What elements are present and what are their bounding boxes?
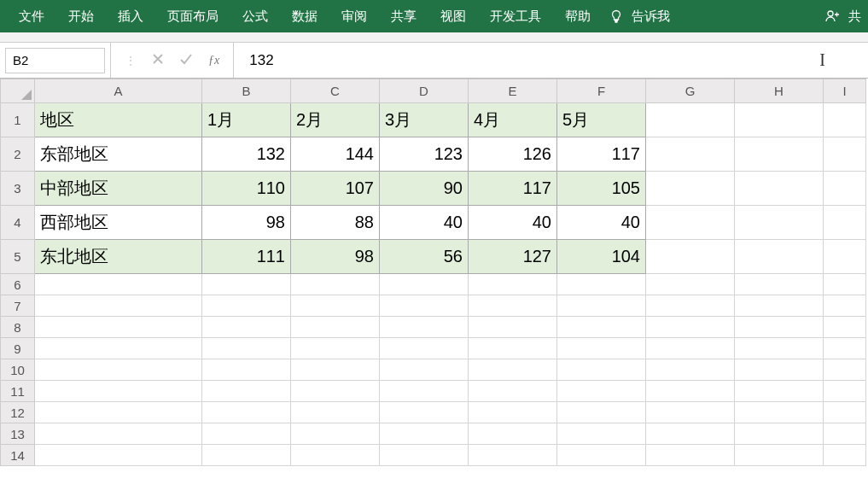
cell-H13[interactable] bbox=[735, 423, 824, 445]
cell-E14[interactable] bbox=[469, 445, 557, 466]
select-all-corner[interactable] bbox=[1, 79, 34, 102]
cell-F13[interactable] bbox=[557, 423, 646, 445]
cell-G14[interactable] bbox=[646, 445, 735, 466]
formula-input[interactable] bbox=[234, 43, 819, 78]
cell-H3[interactable] bbox=[735, 172, 824, 206]
cell-E10[interactable] bbox=[469, 359, 557, 381]
cell-H7[interactable] bbox=[735, 295, 824, 317]
col-header-E[interactable]: E bbox=[469, 79, 557, 103]
col-header-C[interactable]: C bbox=[291, 79, 380, 103]
col-header-D[interactable]: D bbox=[380, 79, 469, 103]
row-header-1[interactable]: 1 bbox=[1, 103, 35, 137]
cell-A3[interactable]: 中部地区 bbox=[35, 172, 202, 206]
cell-A13[interactable] bbox=[35, 423, 202, 445]
cell-A4[interactable]: 西部地区 bbox=[35, 206, 202, 240]
cell-H12[interactable] bbox=[735, 402, 824, 423]
cell-A1[interactable]: 地区 bbox=[35, 103, 202, 137]
cell-E8[interactable] bbox=[469, 317, 557, 338]
cell-G1[interactable] bbox=[646, 103, 735, 137]
col-header-A[interactable]: A bbox=[35, 79, 202, 103]
cell-I12[interactable] bbox=[824, 402, 866, 423]
row-header-5[interactable]: 5 bbox=[1, 240, 35, 274]
row-header-6[interactable]: 6 bbox=[1, 274, 35, 295]
cell-D12[interactable] bbox=[380, 402, 469, 423]
cell-D14[interactable] bbox=[380, 445, 469, 466]
cell-F2[interactable]: 117 bbox=[557, 137, 646, 172]
cell-G2[interactable] bbox=[646, 137, 735, 172]
cell-A14[interactable] bbox=[35, 445, 202, 466]
col-header-F[interactable]: F bbox=[557, 79, 646, 103]
cell-E4[interactable]: 40 bbox=[469, 206, 557, 240]
cell-E6[interactable] bbox=[469, 274, 557, 295]
row-header-7[interactable]: 7 bbox=[1, 295, 35, 317]
ribbon-tab-view[interactable]: 视图 bbox=[428, 2, 478, 32]
cell-D7[interactable] bbox=[380, 295, 469, 317]
cell-H2[interactable] bbox=[735, 137, 824, 172]
cell-H14[interactable] bbox=[735, 445, 824, 466]
name-box[interactable] bbox=[5, 48, 105, 73]
cell-B10[interactable] bbox=[202, 359, 291, 381]
row-header-4[interactable]: 4 bbox=[1, 206, 35, 240]
cell-I13[interactable] bbox=[824, 423, 866, 445]
cell-I11[interactable] bbox=[824, 381, 866, 402]
cell-D1[interactable]: 3月 bbox=[380, 103, 469, 137]
cell-D3[interactable]: 90 bbox=[380, 172, 469, 206]
cell-C4[interactable]: 88 bbox=[291, 206, 380, 240]
cell-C7[interactable] bbox=[291, 295, 380, 317]
row-header-8[interactable]: 8 bbox=[1, 317, 35, 338]
cell-B4[interactable]: 98 bbox=[202, 206, 291, 240]
cell-F12[interactable] bbox=[557, 402, 646, 423]
cell-G5[interactable] bbox=[646, 240, 735, 274]
ribbon-tab-help[interactable]: 帮助 bbox=[553, 2, 603, 32]
cell-B3[interactable]: 110 bbox=[202, 172, 291, 206]
share-person-icon[interactable] bbox=[818, 9, 847, 24]
ribbon-tab-review[interactable]: 审阅 bbox=[329, 2, 379, 32]
cell-G10[interactable] bbox=[646, 359, 735, 381]
ribbon-tab-formulas[interactable]: 公式 bbox=[230, 2, 280, 32]
cell-F1[interactable]: 5月 bbox=[557, 103, 646, 137]
cell-D2[interactable]: 123 bbox=[380, 137, 469, 172]
ribbon-tab-insert[interactable]: 插入 bbox=[106, 2, 155, 32]
row-header-13[interactable]: 13 bbox=[1, 423, 35, 445]
cell-A12[interactable] bbox=[35, 402, 202, 423]
cell-C14[interactable] bbox=[291, 445, 380, 466]
cell-D11[interactable] bbox=[380, 381, 469, 402]
cell-C2[interactable]: 144 bbox=[291, 137, 380, 172]
row-header-2[interactable]: 2 bbox=[1, 137, 35, 172]
row-header-12[interactable]: 12 bbox=[1, 402, 35, 423]
cell-D4[interactable]: 40 bbox=[380, 206, 469, 240]
cell-H6[interactable] bbox=[735, 274, 824, 295]
cell-E1[interactable]: 4月 bbox=[469, 103, 557, 137]
ribbon-tab-pagelayout[interactable]: 页面布局 bbox=[155, 2, 230, 32]
cell-F5[interactable]: 104 bbox=[557, 240, 646, 274]
col-header-H[interactable]: H bbox=[735, 79, 824, 103]
cell-B14[interactable] bbox=[202, 445, 291, 466]
cell-H8[interactable] bbox=[735, 317, 824, 338]
cell-F9[interactable] bbox=[557, 338, 646, 359]
cell-C5[interactable]: 98 bbox=[291, 240, 380, 274]
cell-D13[interactable] bbox=[380, 423, 469, 445]
cell-B1[interactable]: 1月 bbox=[202, 103, 291, 137]
col-header-G[interactable]: G bbox=[646, 79, 735, 103]
cell-E9[interactable] bbox=[469, 338, 557, 359]
cell-H11[interactable] bbox=[735, 381, 824, 402]
cell-H4[interactable] bbox=[735, 206, 824, 240]
row-header-9[interactable]: 9 bbox=[1, 338, 35, 359]
cell-I1[interactable] bbox=[824, 103, 866, 137]
cell-E2[interactable]: 126 bbox=[469, 137, 557, 172]
ribbon-tab-home[interactable]: 开始 bbox=[56, 2, 106, 32]
enter-icon[interactable] bbox=[179, 53, 193, 67]
share-label[interactable]: 共 bbox=[847, 2, 861, 32]
cancel-icon[interactable] bbox=[152, 53, 164, 67]
cell-G11[interactable] bbox=[646, 381, 735, 402]
cell-D5[interactable]: 56 bbox=[380, 240, 469, 274]
cell-G9[interactable] bbox=[646, 338, 735, 359]
cell-I10[interactable] bbox=[824, 359, 866, 381]
cell-I2[interactable] bbox=[824, 137, 866, 172]
row-header-14[interactable]: 14 bbox=[1, 445, 35, 466]
cell-I4[interactable] bbox=[824, 206, 866, 240]
cell-B5[interactable]: 111 bbox=[202, 240, 291, 274]
cell-H1[interactable] bbox=[735, 103, 824, 137]
cell-B8[interactable] bbox=[202, 317, 291, 338]
cell-A10[interactable] bbox=[35, 359, 202, 381]
